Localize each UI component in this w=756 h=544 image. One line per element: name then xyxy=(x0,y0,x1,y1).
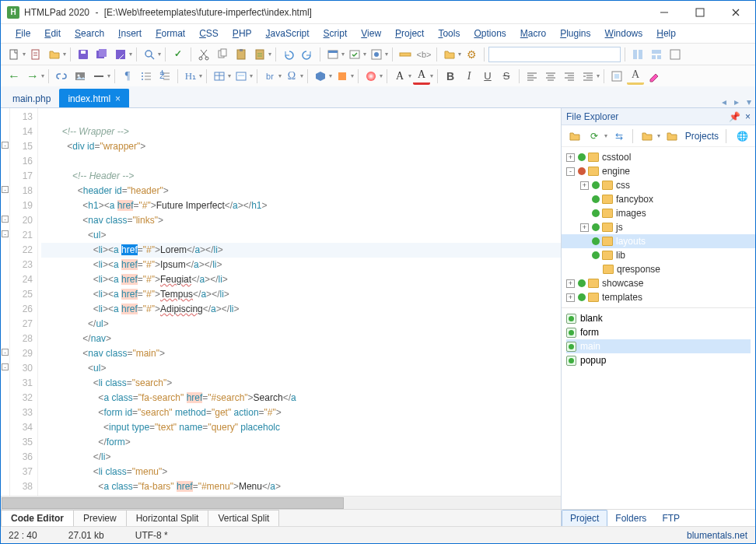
menu-windows[interactable]: Windows xyxy=(598,26,650,41)
menu-search[interactable]: Search xyxy=(68,26,111,41)
close-tab-icon[interactable]: × xyxy=(115,93,121,104)
folder-images[interactable]: images xyxy=(562,206,755,220)
view-tab-code-editor[interactable]: Code Editor xyxy=(1,510,74,526)
close-panel-icon[interactable]: × xyxy=(745,111,751,122)
undo-icon[interactable] xyxy=(280,46,297,63)
maximize-button[interactable] xyxy=(682,1,718,24)
menu-file[interactable]: File xyxy=(9,26,37,41)
home-icon[interactable] xyxy=(566,128,583,145)
menu-javascript[interactable]: JavaScript xyxy=(259,26,317,41)
settings-icon[interactable]: ⚙ xyxy=(463,46,480,63)
copy-icon[interactable] xyxy=(214,46,231,63)
spellcheck-icon[interactable]: ✓ xyxy=(170,46,187,63)
eraser-icon[interactable] xyxy=(646,68,663,85)
underline-icon[interactable]: U xyxy=(479,68,496,85)
window-layout-icon[interactable] xyxy=(648,46,665,63)
menu-plugins[interactable]: Plugins xyxy=(553,26,597,41)
indent-icon[interactable] xyxy=(579,68,597,85)
search-icon[interactable] xyxy=(141,46,158,63)
folder-tool-icon[interactable] xyxy=(441,46,458,63)
tabs-prev-icon[interactable]: ◂ xyxy=(718,97,730,107)
format-icon[interactable] xyxy=(368,46,385,63)
open-file-icon[interactable] xyxy=(46,46,63,63)
tag-match-icon[interactable]: <b> xyxy=(415,46,432,63)
horizontal-scrollbar[interactable] xyxy=(1,496,561,509)
font-icon[interactable]: A xyxy=(391,68,408,85)
tabs-menu-icon[interactable]: ▾ xyxy=(743,97,755,107)
tab-main-php[interactable]: main.php xyxy=(4,89,59,107)
close-button[interactable] xyxy=(718,1,754,24)
bold-icon[interactable]: B xyxy=(442,68,459,85)
menu-view[interactable]: View xyxy=(354,26,388,41)
form-icon[interactable] xyxy=(233,68,250,85)
view-tab-preview[interactable]: Preview xyxy=(73,510,127,526)
panel-tab-folders[interactable]: Folders xyxy=(607,510,654,526)
link-icon[interactable] xyxy=(53,68,70,85)
file-list[interactable]: blankformmainpopup xyxy=(562,308,755,509)
strike-icon[interactable]: S xyxy=(498,68,515,85)
highlight-icon[interactable]: A xyxy=(627,68,644,85)
ruler-icon[interactable] xyxy=(397,46,414,63)
file-main[interactable]: main xyxy=(566,339,751,353)
save-icon[interactable] xyxy=(75,46,92,63)
folder-fancybox[interactable]: fancybox xyxy=(562,192,755,206)
code-editor[interactable]: ------ 131415161718192021222324252627282… xyxy=(1,108,561,496)
folder-css[interactable]: +css xyxy=(562,178,755,192)
menu-css[interactable]: CSS xyxy=(192,26,226,41)
file-form[interactable]: form xyxy=(566,325,751,339)
sync-icon[interactable]: ⇆ xyxy=(611,128,627,145)
div-icon[interactable] xyxy=(334,68,351,85)
folder-showcase[interactable]: +showcase xyxy=(562,276,755,290)
globe-icon[interactable]: 🌐 xyxy=(733,128,751,145)
menu-format[interactable]: Format xyxy=(149,26,192,41)
folder-engine[interactable]: -engine xyxy=(562,164,755,178)
table-icon[interactable] xyxy=(211,68,228,85)
clipboard-history-icon[interactable] xyxy=(251,46,268,63)
file-blank[interactable]: blank xyxy=(566,311,751,325)
projects-icon[interactable] xyxy=(663,128,681,145)
folder-js[interactable]: +js xyxy=(562,220,755,234)
paste-icon[interactable] xyxy=(233,46,250,63)
panel-tab-ftp[interactable]: FTP xyxy=(654,510,688,526)
folder-layouts[interactable]: layouts xyxy=(562,234,755,248)
tag-icon[interactable] xyxy=(312,68,329,85)
menu-tools[interactable]: Tools xyxy=(431,26,467,41)
fullscreen-icon[interactable] xyxy=(667,46,684,63)
align-right-icon[interactable] xyxy=(561,68,578,85)
align-left-icon[interactable] xyxy=(523,68,541,85)
menu-project[interactable]: Project xyxy=(388,26,431,41)
browser-preview-icon[interactable] xyxy=(324,46,341,63)
menu-script[interactable]: Script xyxy=(317,26,355,41)
folder-templates[interactable]: +templates xyxy=(562,290,755,304)
folder-qresponse[interactable]: qresponse xyxy=(562,262,755,276)
quick-search-input[interactable] xyxy=(488,47,621,62)
folder-tree[interactable]: +csstool-engine+cssfancyboximages+jslayo… xyxy=(562,147,755,308)
menu-options[interactable]: Options xyxy=(467,26,513,41)
save-all-icon[interactable] xyxy=(93,46,110,63)
italic-icon[interactable]: I xyxy=(460,68,478,85)
tabs-next-icon[interactable]: ▸ xyxy=(730,97,743,107)
window-split-icon[interactable] xyxy=(629,46,646,63)
image-icon[interactable] xyxy=(72,68,89,85)
align-center-icon[interactable] xyxy=(542,68,559,85)
new-project-icon[interactable] xyxy=(27,46,44,63)
heading-icon[interactable]: H₁ xyxy=(182,68,199,85)
refresh-icon[interactable]: ⟳ xyxy=(586,128,602,145)
cut-icon[interactable] xyxy=(195,46,212,63)
font-color-icon[interactable]: A xyxy=(413,68,430,85)
forward-icon[interactable]: → xyxy=(24,68,41,85)
open-project-icon[interactable] xyxy=(639,128,655,145)
view-tab-vertical-split[interactable]: Vertical Split xyxy=(208,510,279,526)
folder-csstool[interactable]: +csstool xyxy=(562,150,755,164)
redo-icon[interactable] xyxy=(299,46,316,63)
minimize-button[interactable] xyxy=(646,1,682,24)
paragraph-icon[interactable]: ¶ xyxy=(119,68,136,85)
ul-icon[interactable] xyxy=(138,68,155,85)
hr-icon[interactable] xyxy=(90,68,107,85)
color-wheel-icon[interactable] xyxy=(362,68,380,85)
new-file-icon[interactable] xyxy=(5,46,23,63)
folder-lib[interactable]: lib xyxy=(562,248,755,262)
omega-icon[interactable]: Ω xyxy=(283,68,300,85)
menu-edit[interactable]: Edit xyxy=(37,26,68,41)
menu-help[interactable]: Help xyxy=(649,26,683,41)
